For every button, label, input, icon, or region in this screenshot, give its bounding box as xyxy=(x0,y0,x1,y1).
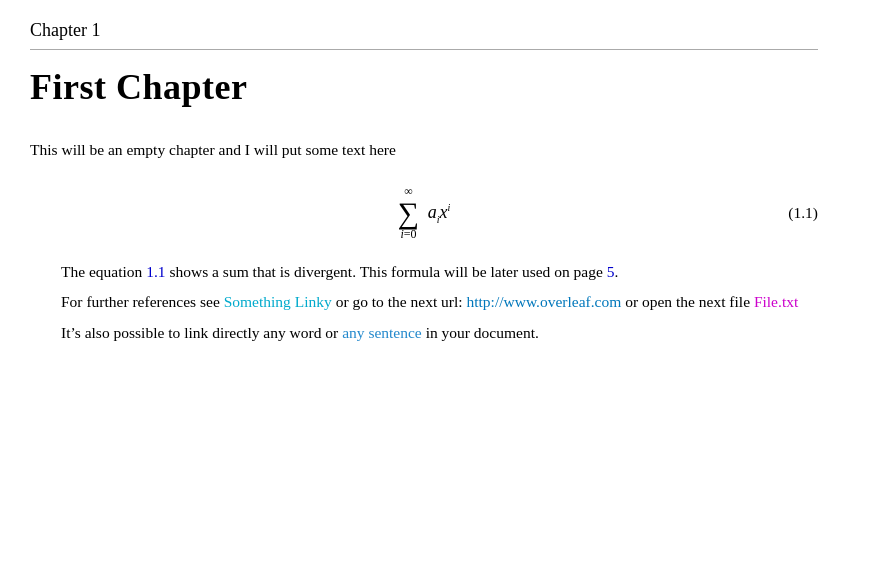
sum-lower-bound: i=0 xyxy=(400,228,416,241)
para1-text3: . xyxy=(614,263,618,280)
para3-text1: It’s also possible to link directly any … xyxy=(61,324,342,341)
file-link[interactable]: File.txt xyxy=(754,293,798,310)
any-sentence-link[interactable]: any sentence xyxy=(342,324,422,341)
para1-text1: The equation xyxy=(61,263,146,280)
sum-notation: ∞ ∑ i=0 xyxy=(398,185,419,241)
equation-ref-link[interactable]: 1.1 xyxy=(146,263,165,280)
paragraph-references: For further references see Something Lin… xyxy=(30,290,818,315)
chapter-label-text: Chapter 1 xyxy=(30,20,100,40)
chapter-label: Chapter 1 xyxy=(30,20,818,41)
para2-text2: or go to the next url: xyxy=(332,293,467,310)
equation-content: ∞ ∑ i=0 aixi xyxy=(398,185,450,241)
sum-term: aixi xyxy=(428,202,451,222)
equation-block: ∞ ∑ i=0 aixi (1.1) xyxy=(30,185,818,241)
chapter-divider xyxy=(30,49,818,50)
something-linky-link[interactable]: Something Linky xyxy=(224,293,332,310)
sum-sigma: ∑ xyxy=(398,198,419,228)
para1-text2: shows a sum that is divergent. This form… xyxy=(166,263,607,280)
para2-text1: For further references see xyxy=(61,293,224,310)
overleaf-url-link[interactable]: http://www.overleaf.com xyxy=(467,293,622,310)
chapter-intro: This will be an empty chapter and I will… xyxy=(30,138,818,161)
para3-text2: in your document. xyxy=(422,324,539,341)
para2-text3: or open the next file xyxy=(621,293,754,310)
paragraph-equation-desc: The equation 1.1 shows a sum that is div… xyxy=(30,260,818,285)
paragraph-link-sentence: It’s also possible to link directly any … xyxy=(30,321,818,346)
equation-number: (1.1) xyxy=(788,204,818,222)
chapter-title: First Chapter xyxy=(30,66,818,108)
